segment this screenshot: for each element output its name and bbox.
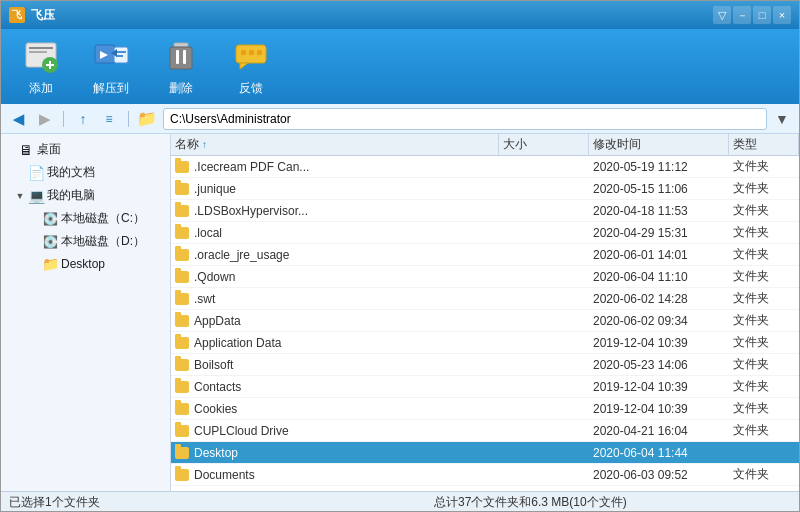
folder-icon <box>175 183 189 195</box>
desktop-sub-icon: 📁 <box>42 256 58 272</box>
sidebar-item-mypc[interactable]: ▼ 💻 我的电脑 <box>1 184 170 207</box>
minimize-button[interactable]: － <box>733 6 751 24</box>
status-right: 总计37个文件夹和6.3 MB(10个文件) <box>270 494 791 511</box>
file-modified-cell: 2019-12-04 10:39 <box>589 332 729 353</box>
driveC-icon: 💽 <box>42 211 58 227</box>
col-header-modified[interactable]: 修改时间 <box>589 134 729 155</box>
sidebar-item-driveC[interactable]: 💽 本地磁盘（C:） <box>1 207 170 230</box>
app-icon: 飞 <box>9 7 25 23</box>
svg-rect-19 <box>249 50 254 55</box>
file-modified-cell: 2020-06-04 11:44 <box>589 442 729 463</box>
file-size-cell <box>499 420 589 441</box>
view-toggle-button[interactable]: ≡ <box>98 108 120 130</box>
table-row[interactable]: .oracle_jre_usage2020-06-01 14:01文件夹 <box>171 244 799 266</box>
svg-rect-14 <box>176 50 179 64</box>
sidebar-label-desktop-sub: Desktop <box>61 257 105 271</box>
file-size-cell <box>499 156 589 177</box>
file-type-cell: 文件夹 <box>729 376 799 397</box>
svg-rect-10 <box>116 55 123 57</box>
file-size-cell <box>499 442 589 463</box>
svg-marker-17 <box>240 63 248 69</box>
folder-icon <box>175 425 189 437</box>
address-input[interactable] <box>163 108 767 130</box>
table-row[interactable]: .LDSBoxHypervisor...2020-04-18 11:53文件夹 <box>171 200 799 222</box>
table-row[interactable]: AppData2020-06-02 09:34文件夹 <box>171 310 799 332</box>
file-type-cell: 文件夹 <box>729 420 799 441</box>
folder-icon <box>175 293 189 305</box>
col-type-label: 类型 <box>733 136 757 153</box>
file-name: Boilsoft <box>194 358 233 372</box>
folder-icon <box>175 315 189 327</box>
table-row[interactable]: CUPLCloud Drive2020-04-21 16:04文件夹 <box>171 420 799 442</box>
file-size-cell <box>499 398 589 419</box>
file-name: CUPLCloud Drive <box>194 424 289 438</box>
file-size-cell <box>499 178 589 199</box>
table-row[interactable]: Contacts2019-12-04 10:39文件夹 <box>171 376 799 398</box>
main-area: 🖥 桌面 📄 我的文档 ▼ 💻 我的电脑 💽 本地磁盘（C:） 💽 本地磁盘（D… <box>1 134 799 491</box>
table-row[interactable]: Documents2020-06-03 09:52文件夹 <box>171 464 799 486</box>
delete-button[interactable]: 删除 <box>161 36 201 97</box>
folder-icon <box>175 271 189 283</box>
file-name-cell: AppData <box>171 310 499 331</box>
col-size-label: 大小 <box>503 136 527 153</box>
sidebar-item-desktop[interactable]: 🖥 桌面 <box>1 138 170 161</box>
title-bar: 飞 飞压 ▽ － □ × <box>1 1 799 29</box>
back-button[interactable]: ◀ <box>7 108 29 130</box>
feedback-icon <box>231 36 271 76</box>
svg-rect-1 <box>29 47 53 49</box>
file-modified-cell: 2020-06-02 14:28 <box>589 288 729 309</box>
extract-button[interactable]: 解压到 <box>91 36 131 97</box>
dropdown-button[interactable]: ▼ <box>771 108 793 130</box>
file-size-cell <box>499 464 589 485</box>
table-row[interactable]: Application Data2019-12-04 10:39文件夹 <box>171 332 799 354</box>
col-modified-label: 修改时间 <box>593 136 641 153</box>
title-bar-controls: ▽ － □ × <box>713 6 791 24</box>
file-type-cell: 文件夹 <box>729 222 799 243</box>
table-row[interactable]: .local2020-04-29 15:31文件夹 <box>171 222 799 244</box>
svg-rect-12 <box>174 43 188 47</box>
table-row[interactable]: Cookies2019-12-04 10:39文件夹 <box>171 398 799 420</box>
table-row[interactable]: .junique2020-05-15 11:06文件夹 <box>171 178 799 200</box>
table-row[interactable]: .Qdown2020-06-04 11:10文件夹 <box>171 266 799 288</box>
sidebar-label-driveD: 本地磁盘（D:） <box>61 233 145 250</box>
svg-rect-2 <box>29 51 47 53</box>
file-name: Application Data <box>194 336 281 350</box>
system-menu-button[interactable]: ▽ <box>713 6 731 24</box>
col-header-type[interactable]: 类型 <box>729 134 799 155</box>
file-type-cell: 文件夹 <box>729 354 799 375</box>
mydocs-icon: 📄 <box>28 165 44 181</box>
feedback-button[interactable]: 反馈 <box>231 36 271 97</box>
file-type-cell: 文件夹 <box>729 200 799 221</box>
file-modified-cell: 2020-06-04 11:10 <box>589 266 729 287</box>
add-label: 添加 <box>29 80 53 97</box>
file-type-cell: 文件夹 <box>729 288 799 309</box>
sidebar-item-mydocs[interactable]: 📄 我的文档 <box>1 161 170 184</box>
file-name: .Qdown <box>194 270 235 284</box>
add-button[interactable]: 添加 <box>21 36 61 97</box>
forward-button[interactable]: ▶ <box>33 108 55 130</box>
table-row[interactable]: Desktop2020-06-04 11:44 <box>171 442 799 464</box>
up-button[interactable]: ↑ <box>72 108 94 130</box>
file-size-cell <box>499 266 589 287</box>
svg-rect-13 <box>170 47 192 69</box>
file-name: .swt <box>194 292 215 306</box>
file-modified-cell: 2020-06-02 09:34 <box>589 310 729 331</box>
file-modified-cell: 2019-12-04 10:39 <box>589 398 729 419</box>
table-row[interactable]: .Icecream PDF Can...2020-05-19 11:12文件夹 <box>171 156 799 178</box>
file-list-body[interactable]: .Icecream PDF Can...2020-05-19 11:12文件夹.… <box>171 156 799 491</box>
file-name-cell: .oracle_jre_usage <box>171 244 499 265</box>
folder-icon <box>175 205 189 217</box>
close-button[interactable]: × <box>773 6 791 24</box>
file-name-cell: .swt <box>171 288 499 309</box>
sidebar-item-desktop-sub[interactable]: 📁 Desktop <box>1 253 170 275</box>
table-row[interactable]: Boilsoft2020-05-23 14:06文件夹 <box>171 354 799 376</box>
col-header-name[interactable]: 名称 ↑ <box>171 134 499 155</box>
table-row[interactable]: .swt2020-06-02 14:28文件夹 <box>171 288 799 310</box>
maximize-button[interactable]: □ <box>753 6 771 24</box>
file-modified-cell: 2020-06-03 09:52 <box>589 464 729 485</box>
folder-icon <box>175 381 189 393</box>
folder-icon <box>175 161 189 173</box>
sidebar-item-driveD[interactable]: 💽 本地磁盘（D:） <box>1 230 170 253</box>
folder-icon <box>175 469 189 481</box>
col-header-size[interactable]: 大小 <box>499 134 589 155</box>
